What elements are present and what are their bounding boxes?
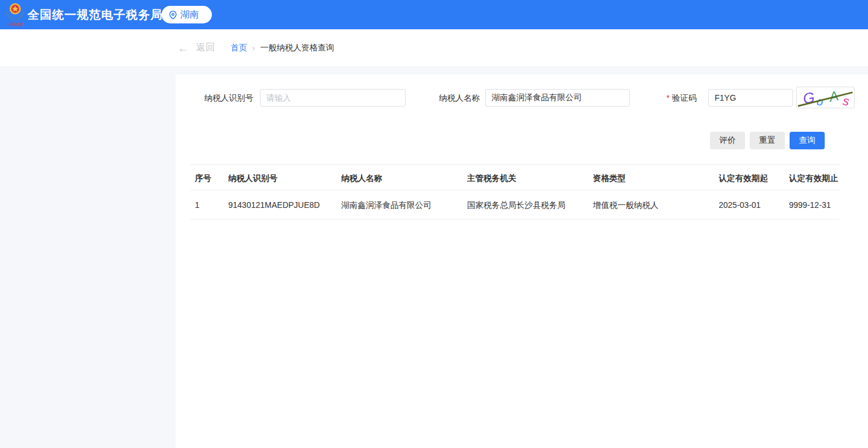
breadcrumb-bar: ← 返回 首页 › 一般纳税人资格查询 (0, 29, 868, 66)
cell-qualification-type: 增值税一般纳税人 (593, 190, 719, 219)
cell-valid-from: 2025-03-01 (719, 190, 789, 219)
captcha-image[interactable]: G o A s (796, 87, 855, 108)
back-button[interactable]: ← 返回 (177, 29, 215, 66)
results-table: 序号 纳税人识别号 纳税人名称 主管税务机关 资格类型 认定有效期起 认定有效期… (190, 164, 839, 220)
taxpayer-name-label: 纳税人名称 (431, 89, 480, 107)
location-pin-icon (169, 11, 177, 19)
app-title: 全国统一规范电子税务局 (28, 0, 163, 29)
region-label: 湖南 (180, 9, 199, 21)
captcha-label-text: 验证码 (672, 93, 697, 102)
table-header-valid-from: 认定有效期起 (719, 165, 789, 190)
table-header-index: 序号 (190, 165, 228, 190)
taxpayer-name-input[interactable] (485, 89, 630, 107)
breadcrumb: 首页 › 一般纳税人资格查询 (231, 29, 334, 66)
breadcrumb-home-link[interactable]: 首页 (231, 43, 247, 53)
captcha-input[interactable] (708, 89, 793, 107)
required-asterisk: * (667, 93, 670, 102)
tax-emblem-icon: 中国税务 (6, 2, 25, 27)
table-row: 1 91430121MAEDPJUE8D 湖南鑫润泽食品有限公司 国家税务总局长… (190, 190, 839, 220)
reset-button[interactable]: 重置 (750, 132, 785, 149)
table-header-valid-to: 认定有效期止 (789, 165, 839, 190)
table-header-tax-authority: 主管税务机关 (467, 165, 593, 190)
breadcrumb-current: 一般纳税人资格查询 (260, 43, 334, 53)
captcha-label: *验证码 (663, 89, 697, 107)
back-arrow-icon: ← (177, 42, 189, 54)
cell-index: 1 (190, 190, 228, 219)
captcha-letter-4: s (842, 94, 850, 108)
breadcrumb-separator: › (252, 43, 255, 53)
cell-tax-authority: 国家税务总局长沙县税务局 (467, 190, 593, 219)
region-badge[interactable]: 湖南 (162, 6, 212, 23)
svg-text:中国税务: 中国税务 (7, 22, 24, 26)
page-background: 纳税人识别号 纳税人名称 *验证码 G o A s 评价 重置 查询 (0, 66, 868, 448)
taxpayer-id-label: 纳税人识别号 (199, 89, 253, 107)
page: 中国税务 全国统一规范电子税务局 湖南 ← 返回 首页 › 一般纳税人资格查询 … (0, 0, 868, 448)
content-card: 纳税人识别号 纳税人名称 *验证码 G o A s 评价 重置 查询 (176, 74, 868, 448)
back-label: 返回 (196, 42, 215, 54)
taxpayer-id-input[interactable] (260, 89, 406, 107)
app-header: 中国税务 全国统一规范电子税务局 湖南 (0, 0, 868, 29)
query-button[interactable]: 查询 (790, 132, 825, 149)
cell-valid-to: 9999-12-31 (789, 190, 839, 219)
table-header-taxpayer-id: 纳税人识别号 (228, 165, 341, 190)
evaluate-button[interactable]: 评价 (710, 132, 745, 149)
table-header-taxpayer-name: 纳税人名称 (341, 165, 467, 190)
cell-taxpayer-name: 湖南鑫润泽食品有限公司 (341, 190, 467, 219)
cell-taxpayer-id: 91430121MAEDPJUE8D (228, 190, 341, 219)
table-header-qualification-type: 资格类型 (593, 165, 719, 190)
table-header-row: 序号 纳税人识别号 纳税人名称 主管税务机关 资格类型 认定有效期起 认定有效期… (190, 164, 839, 190)
